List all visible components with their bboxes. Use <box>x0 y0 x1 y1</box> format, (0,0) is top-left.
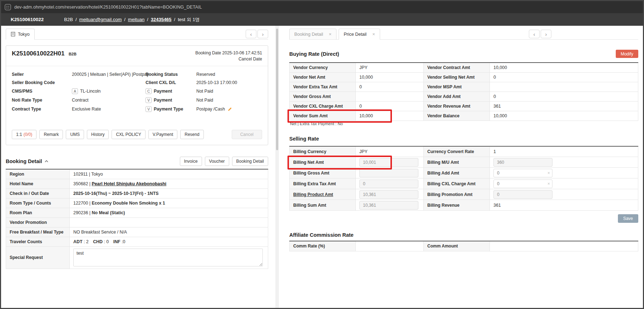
value-cell <box>356 200 424 211</box>
billing-net-amt-label: Billing Net Amt <box>290 157 356 168</box>
affiliate-table-wrap: Comm Rate (%) Comm Amount <box>289 241 638 251</box>
billing-product-amt-link[interactable]: Billing Product Amt <box>293 192 333 197</box>
history-button[interactable]: History <box>87 130 109 139</box>
booking-summary-card: K25100610022H01 B2B Booking Date 2025-10… <box>6 45 268 145</box>
voucher-button[interactable]: Voucher <box>205 157 229 166</box>
field-label: V Payment <box>146 97 196 103</box>
clear-input-icon[interactable]: × <box>547 181 550 186</box>
value-cell: 10,000 <box>356 72 424 82</box>
field-value: 2025-10-13 17:00:00 <box>196 80 262 85</box>
address-bar[interactable]: dev-adm.ohmyhotel.com/reservation/hotel/… <box>14 5 202 10</box>
affiliate-table: Comm Rate (%) Comm Amount <box>289 241 638 251</box>
buying-rate-header: Buying Rate (Direct) Modify <box>289 50 638 58</box>
special-request-textarea[interactable]: test <box>73 249 263 266</box>
room-plan-value: No Meal (Static) <box>92 210 125 215</box>
field-label: Client CXL D/L <box>146 80 196 85</box>
label-cell: Special Request <box>6 246 70 269</box>
table-row: Vendor Currency JPY Vendor Contract Amt … <box>290 63 638 72</box>
value-cell: 10,000 <box>490 63 638 72</box>
save-button[interactable]: Save <box>618 214 638 223</box>
booking-date: Booking Date 2025-10-06 17:42:51 <box>195 50 262 56</box>
separator: / <box>174 17 176 22</box>
seller-code-link[interactable]: 32435465 <box>151 17 172 22</box>
modify-button[interactable]: Modify <box>616 50 638 58</box>
adt-label: ADT <box>73 239 82 244</box>
field-label: CMS/PMS <box>12 89 72 94</box>
one-to-one-count: (0/0) <box>24 132 33 137</box>
prev-button[interactable]: ‹ <box>246 30 256 38</box>
value-cell: 361 <box>490 200 638 211</box>
ums-button[interactable]: UMS <box>66 130 84 139</box>
value-cell <box>356 241 424 251</box>
site-icon[interactable] <box>5 4 11 10</box>
next-button[interactable]: › <box>541 30 551 38</box>
separator: / <box>75 17 77 22</box>
billing-promotion-amt-input[interactable] <box>493 190 552 199</box>
seller-name-link[interactable]: meituan <box>128 17 144 22</box>
seller-email-link[interactable]: meituan@gmail.com <box>79 17 122 22</box>
payment-label: Payment <box>154 89 172 94</box>
table-row: Check in / Out Date 2025-10-16(Thu) ~ 20… <box>6 188 268 198</box>
booking-detail-title[interactable]: Booking Detail <box>6 158 48 164</box>
clear-input-icon[interactable]: × <box>547 171 550 176</box>
billing-product-amt-input[interactable] <box>359 190 418 199</box>
value-cell: 350682 | Pearl Hotel Shinjuku Akebonobas… <box>70 179 268 188</box>
tab-tokyo[interactable]: Tokyo <box>6 29 35 40</box>
table-row: Vendor Sum Amt 10,000 Vendor Balance 10,… <box>290 111 638 121</box>
remark-button[interactable]: Remark <box>39 130 63 139</box>
billing-mu-amt-input[interactable] <box>493 158 552 167</box>
value-cell <box>356 168 424 178</box>
table-row: Vendor Gross Amt Vendor Add Amt 0 <box>290 92 638 101</box>
one-to-one-button[interactable]: 1:1(0/0) <box>12 130 36 139</box>
left-tab-bar: Tokyo ‹ › <box>6 29 268 40</box>
tab-price-detail[interactable]: Price Detail × <box>339 29 380 40</box>
room-type-value: Economy Double Non Smoking x 1 <box>92 201 165 206</box>
value-cell <box>490 82 638 92</box>
billing-add-amt-input[interactable] <box>493 169 552 177</box>
inf-label: INF <box>113 239 121 244</box>
field-value: Reserved <box>196 72 262 77</box>
invoice-button[interactable]: Invoice <box>180 157 202 166</box>
next-button[interactable]: › <box>257 30 268 38</box>
inf-value: :0 <box>122 239 125 244</box>
value-cell: 0 <box>356 101 424 111</box>
close-icon[interactable]: × <box>372 31 375 37</box>
billing-extra-tax-amt-input[interactable] <box>359 180 418 188</box>
right-panel: Booking Detail × Price Detail × ‹ › Buyi… <box>279 26 643 308</box>
hotel-name-link[interactable]: Pearl Hotel Shinjuku Akebonobashi <box>92 181 166 186</box>
v-payment-button[interactable]: V.Payment <box>148 130 178 139</box>
prev-button[interactable]: ‹ <box>529 30 540 38</box>
resend-button[interactable]: Resend <box>180 130 203 139</box>
value-cell: 122700 | Economy Double Non Smoking x 1 <box>70 198 268 208</box>
booking-detail-button[interactable]: Booking Detail <box>232 157 268 166</box>
label-cell: Vendor Contract Amt <box>424 63 490 72</box>
value-cell <box>356 92 424 101</box>
billing-net-amt-input[interactable] <box>359 158 418 167</box>
card-action-buttons: 1:1(0/0) Remark UMS History CXL POLICY V… <box>12 130 262 139</box>
billing-sum-amt-input[interactable] <box>359 201 418 210</box>
cxl-policy-button[interactable]: CXL POLICY <box>112 130 145 139</box>
tab-booking-detail[interactable]: Booking Detail × <box>289 29 336 39</box>
value-cell: ADT : 2 CHD : 0 INF :0 <box>70 237 268 246</box>
billing-gross-amt-input[interactable] <box>359 169 418 177</box>
cancel-button[interactable]: Cancel <box>232 130 262 139</box>
billing-cxl-charge-amt-input[interactable] <box>493 180 552 188</box>
value-cell: 2025-10-16(Thu) ~ 2025-10-17(Fri) - 1NTS <box>70 188 268 198</box>
close-icon[interactable]: × <box>329 31 332 37</box>
value-cell <box>490 189 638 200</box>
table-row: Vendor Promotion <box>6 217 268 227</box>
table-row: Vendor Extra Tax Amt 0 Vendor MSP Amt <box>290 82 638 92</box>
label-cell: Vendor Revenue Amt <box>424 101 490 111</box>
scrollbar[interactable] <box>275 26 279 308</box>
label-cell: Vendor Promotion <box>6 217 70 227</box>
cms-value: TL-Lincoln <box>80 89 100 94</box>
chevron-left-icon: ‹ <box>250 31 252 37</box>
one-to-one-label: 1:1 <box>16 132 22 137</box>
separator: / <box>147 17 148 22</box>
scrollbar-thumb[interactable] <box>276 29 278 150</box>
value-cell: JPY <box>356 146 424 157</box>
label-cell: Traveler Counts <box>6 237 70 246</box>
breadcrumb: B2B / meituan@gmail.com / meituan / 3243… <box>64 16 200 23</box>
collapse-icon <box>45 160 48 163</box>
edit-icon[interactable] <box>227 107 232 112</box>
